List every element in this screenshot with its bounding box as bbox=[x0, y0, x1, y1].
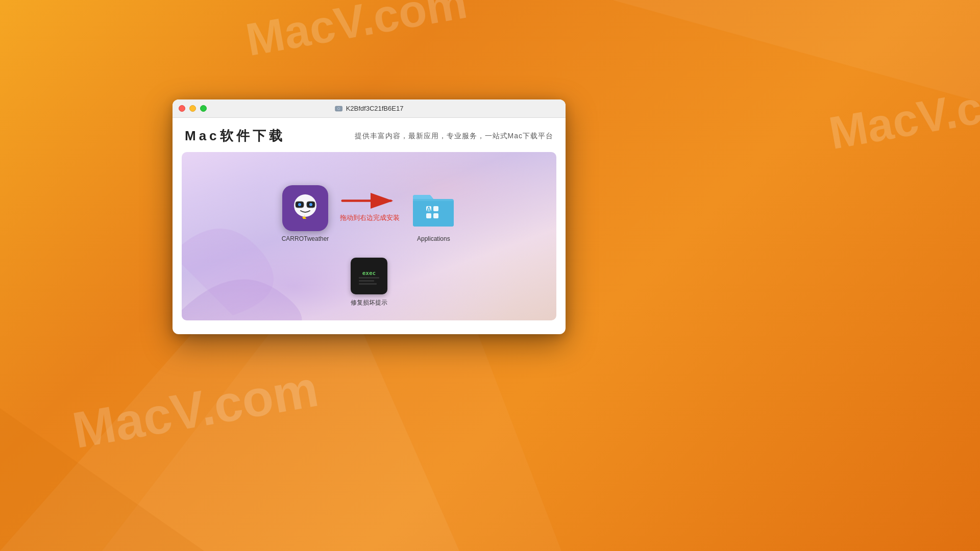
traffic-lights bbox=[179, 105, 207, 112]
watermark-bottom: MacV.com bbox=[68, 359, 323, 460]
svg-rect-26 bbox=[359, 283, 377, 285]
maximize-button[interactable] bbox=[200, 105, 207, 112]
drag-install-row: CARROTweather 拖动到右边完成安装 bbox=[282, 185, 457, 242]
watermark-right: MacV.co bbox=[825, 77, 980, 160]
svg-rect-18 bbox=[433, 206, 438, 211]
svg-point-12 bbox=[298, 203, 301, 206]
applications-folder-container: A Applications bbox=[410, 185, 456, 242]
window-header: Mac软件下载 提供丰富内容，最新应用，专业服务，一站式Mac下载平台 bbox=[173, 118, 566, 152]
svg-point-6 bbox=[338, 108, 339, 109]
applications-label: Applications bbox=[417, 235, 450, 242]
svg-marker-2 bbox=[612, 0, 980, 102]
svg-point-13 bbox=[309, 203, 312, 206]
drag-arrow-icon bbox=[336, 191, 403, 211]
fix-tool-label: 修复损坏提示 bbox=[351, 298, 387, 307]
fix-tool-container: exec 修复损坏提示 bbox=[351, 258, 387, 307]
app-name-label: CARROTweather bbox=[282, 235, 329, 242]
watermark-top: MacV.com bbox=[242, 0, 471, 66]
fix-tool-icon[interactable]: exec bbox=[351, 258, 387, 294]
dmg-install-content: CARROTweather 拖动到右边完成安装 bbox=[182, 152, 556, 320]
installer-window: K2Bfdf3C21fB6E17 Mac软件下载 提供丰富内容，最新应用，专业服… bbox=[173, 99, 566, 334]
site-title: Mac软件下载 bbox=[185, 127, 285, 145]
svg-rect-20 bbox=[433, 213, 438, 218]
svg-rect-19 bbox=[426, 213, 431, 218]
svg-marker-3 bbox=[0, 408, 204, 551]
dmg-content-area: CARROTweather 拖动到右边完成安装 bbox=[182, 152, 556, 320]
close-button[interactable] bbox=[179, 105, 185, 112]
site-subtitle: 提供丰富内容，最新应用，专业服务，一站式Mac下载平台 bbox=[355, 132, 553, 141]
titlebar: K2Bfdf3C21fB6E17 bbox=[173, 99, 566, 118]
app-icon[interactable] bbox=[282, 185, 328, 231]
applications-folder-icon[interactable]: A bbox=[410, 185, 456, 231]
arrow-container: 拖动到右边完成安装 bbox=[329, 191, 410, 222]
svg-rect-24 bbox=[359, 277, 379, 279]
drag-instruction-label: 拖动到右边完成安装 bbox=[340, 213, 400, 222]
svg-text:A: A bbox=[426, 205, 431, 213]
app-icon-container: CARROTweather bbox=[282, 185, 329, 242]
svg-text:exec: exec bbox=[362, 270, 376, 277]
minimize-button[interactable] bbox=[189, 105, 196, 112]
disk-image-icon bbox=[335, 105, 343, 113]
svg-rect-25 bbox=[359, 280, 374, 282]
window-title: K2Bfdf3C21fB6E17 bbox=[335, 105, 404, 113]
